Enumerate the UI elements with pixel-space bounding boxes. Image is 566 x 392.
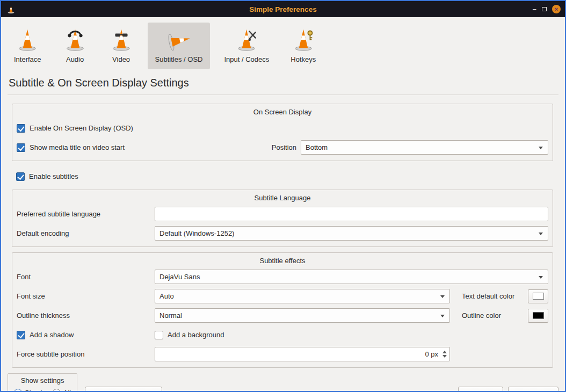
tab-label: Input / Codecs [224,55,269,63]
restore-icon[interactable] [542,7,547,11]
outline-thickness-label: Outline thickness [17,311,155,320]
tab-label: Interface [14,55,41,63]
force-subtitle-position-spinner[interactable]: 0 px [155,347,450,361]
tab-subtitles-osd[interactable]: Subtitles / OSD [148,23,211,69]
font-select[interactable]: DejaVu Sans [155,270,548,284]
page-title: Subtitle & On Screen Display Settings [9,77,565,89]
preferences-category-toolbar: Interface Audio Video [1,17,565,69]
add-background-label: Add a background [168,331,224,339]
text-default-color-swatch [533,293,544,300]
show-settings-simple-option[interactable]: Simple [14,389,46,392]
heading-separator [8,95,558,95]
enable-subtitles-checkbox[interactable] [16,172,25,181]
osd-group: On Screen Display Enable On Screen Displ… [12,104,553,161]
minimize-icon[interactable]: − [532,6,536,13]
osd-group-title: On Screen Display [17,106,548,120]
spin-down-icon[interactable] [442,355,447,358]
enable-osd-checkbox-row[interactable]: Enable On Screen Display (OSD) [17,124,133,133]
position-select-value: Bottom [306,143,328,151]
subtitle-language-group-title: Subtitle Language [17,192,548,206]
preferred-language-row: Preferred subtitle language [17,206,548,222]
default-encoding-row: Default encoding Default (Windows-1252) [17,226,548,241]
default-encoding-select[interactable]: Default (Windows-1252) [155,226,548,241]
outline-thickness-select[interactable]: Normal [155,308,450,323]
tab-label: Audio [66,55,84,63]
show-settings-title: Show settings [14,376,71,384]
subtitle-effects-group-title: Subtitle effects [17,255,548,269]
footer: Show settings Simple All Reset Preferenc… [1,373,565,392]
outline-color-button[interactable] [528,309,548,323]
audio-headphones-icon [63,27,88,52]
position-select[interactable]: Bottom [301,140,548,155]
vlc-cone-icon [5,4,16,14]
window-controls: − × [532,5,561,13]
media-title-position-row: Show media title on video start Position… [17,140,548,155]
tab-interface[interactable]: Interface [6,23,49,69]
font-label: Font [17,273,155,281]
enable-osd-row: Enable On Screen Display (OSD) [17,120,548,136]
outline-thickness-row: Outline thickness Normal Outline color [17,308,548,323]
force-subtitle-position-row: Force subtitle position 0 px [17,346,548,362]
show-settings-group: Show settings Simple All [8,373,77,392]
font-row: Font DejaVu Sans [17,269,548,285]
reset-preferences-button[interactable]: Reset Preferences [85,387,162,392]
chevron-down-icon [539,147,543,149]
position-label: Position [272,143,296,151]
default-encoding-select-value: Default (Windows-1252) [159,229,234,237]
show-media-title-label: Show media title on video start [30,143,125,151]
add-shadow-checkbox[interactable] [17,331,25,339]
video-glasses-icon [109,27,134,52]
chevron-down-icon [440,315,445,317]
add-shadow-label: Add a shadow [30,331,74,339]
text-default-color-button[interactable] [528,289,548,303]
force-subtitle-position-label: Force subtitle position [17,350,155,358]
font-size-select-value: Auto [159,292,174,300]
tab-hotkeys[interactable]: Hotkeys [283,23,323,69]
subtitles-osd-icon [166,27,191,52]
preferred-language-input[interactable] [155,207,548,221]
simple-preferences-window: Simple Preferences − × Interface Audio [0,0,566,392]
text-default-color-label: Text default color [462,292,514,300]
close-icon[interactable]: × [552,5,561,13]
enable-osd-label: Enable On Screen Display (OSD) [30,124,133,132]
chevron-down-icon [539,276,543,279]
add-shadow-checkbox-row[interactable]: Add a shadow [17,331,155,339]
outline-color-label: Outline color [462,311,501,320]
all-radio-label: All [63,389,71,392]
show-media-title-checkbox[interactable] [17,143,25,152]
save-button[interactable]: Save [458,387,503,392]
default-encoding-label: Default encoding [17,229,155,237]
tab-label: Subtitles / OSD [155,55,203,63]
tab-audio[interactable]: Audio [55,23,95,69]
hotkeys-key-icon [291,27,316,52]
font-select-value: DejaVu Sans [159,273,200,281]
input-codecs-icon [234,27,259,52]
titlebar: Simple Preferences − × [1,1,565,17]
chevron-down-icon [440,295,445,298]
tab-label: Video [112,55,130,63]
enable-subtitles-label: Enable subtitles [29,172,78,180]
font-size-label: Font size [17,292,155,300]
window-title: Simple Preferences [1,5,565,13]
spin-up-icon[interactable] [442,351,447,353]
add-background-checkbox-row[interactable]: Add a background [155,331,224,339]
outline-thickness-select-value: Normal [159,311,182,320]
tab-video[interactable]: Video [101,23,141,69]
show-settings-all-option[interactable]: All [53,389,71,392]
show-media-title-checkbox-row[interactable]: Show media title on video start [17,143,125,152]
tab-input-codecs[interactable]: Input / Codecs [216,23,277,69]
cancel-button[interactable]: Cancel [508,387,558,392]
chevron-down-icon [539,233,543,235]
subtitle-effects-group: Subtitle effects Font DejaVu Sans Font s… [12,252,553,368]
subtitle-language-group: Subtitle Language Preferred subtitle lan… [12,190,553,247]
enable-osd-checkbox[interactable] [17,124,25,133]
simple-radio[interactable] [14,389,22,392]
font-size-row: Font size Auto Text default color [17,288,548,304]
all-radio[interactable] [53,389,61,392]
font-size-select[interactable]: Auto [155,289,450,303]
add-background-checkbox[interactable] [155,331,163,339]
enable-subtitles-row: Enable subtitles [16,169,553,184]
shadow-background-row: Add a shadow Add a background [17,327,548,343]
tab-label: Hotkeys [291,55,316,63]
enable-subtitles-checkbox-row[interactable]: Enable subtitles [16,172,78,181]
